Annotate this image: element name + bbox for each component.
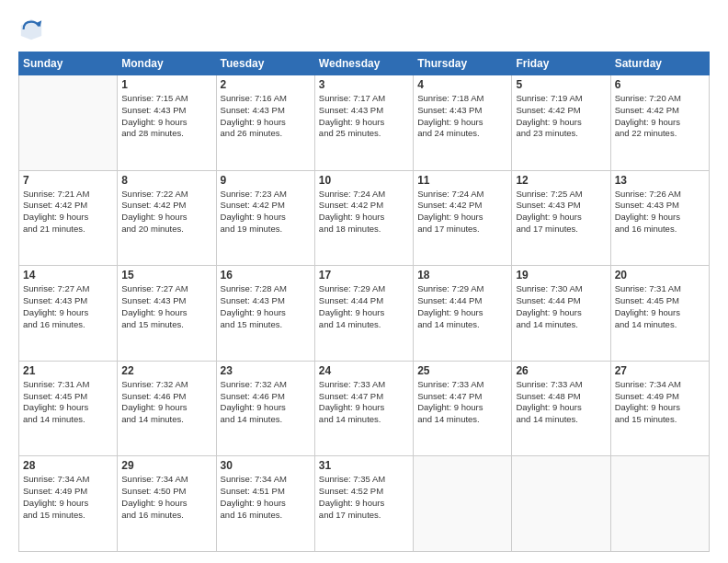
calendar-cell: 24Sunrise: 7:33 AMSunset: 4:47 PMDayligh… [314,361,413,456]
day-number: 24 [319,364,409,377]
day-number: 1 [121,78,211,91]
day-info: Sunrise: 7:26 AMSunset: 4:43 PMDaylight:… [615,189,705,236]
day-info: Sunrise: 7:19 AMSunset: 4:42 PMDaylight:… [516,93,606,140]
day-number: 12 [516,174,606,187]
day-number: 22 [121,364,211,377]
day-number: 30 [221,459,311,472]
day-number: 16 [221,269,311,282]
day-info: Sunrise: 7:34 AMSunset: 4:50 PMDaylight:… [121,474,211,521]
page: SundayMondayTuesdayWednesdayThursdayFrid… [0,0,728,563]
calendar-cell: 21Sunrise: 7:31 AMSunset: 4:45 PMDayligh… [19,361,118,456]
calendar-cell: 31Sunrise: 7:35 AMSunset: 4:52 PMDayligh… [314,456,413,552]
day-number: 11 [417,174,507,187]
calendar-cell: 13Sunrise: 7:26 AMSunset: 4:43 PMDayligh… [610,170,709,266]
calendar-cell [414,456,512,552]
day-info: Sunrise: 7:16 AMSunset: 4:43 PMDaylight:… [221,93,311,140]
day-number: 9 [221,174,311,187]
day-info: Sunrise: 7:30 AMSunset: 4:44 PMDaylight:… [516,283,606,330]
calendar-cell: 23Sunrise: 7:32 AMSunset: 4:46 PMDayligh… [216,361,314,456]
calendar-cell: 5Sunrise: 7:19 AMSunset: 4:42 PMDaylight… [512,75,610,171]
day-info: Sunrise: 7:15 AMSunset: 4:43 PMDaylight:… [121,93,211,140]
calendar-cell: 12Sunrise: 7:25 AMSunset: 4:43 PMDayligh… [512,170,610,266]
day-number: 7 [23,174,113,187]
logo [18,17,48,42]
day-info: Sunrise: 7:29 AMSunset: 4:44 PMDaylight:… [319,283,409,330]
calendar-cell: 11Sunrise: 7:24 AMSunset: 4:42 PMDayligh… [414,170,512,266]
day-info: Sunrise: 7:17 AMSunset: 4:43 PMDaylight:… [319,93,409,140]
day-info: Sunrise: 7:23 AMSunset: 4:42 PMDaylight:… [221,189,311,236]
day-info: Sunrise: 7:33 AMSunset: 4:48 PMDaylight:… [516,379,606,426]
day-info: Sunrise: 7:27 AMSunset: 4:43 PMDaylight:… [121,283,211,330]
day-info: Sunrise: 7:33 AMSunset: 4:47 PMDaylight:… [319,379,409,426]
day-info: Sunrise: 7:24 AMSunset: 4:42 PMDaylight:… [319,189,409,236]
day-info: Sunrise: 7:34 AMSunset: 4:49 PMDaylight:… [23,474,113,521]
day-number: 21 [23,364,113,377]
weekday-header-tuesday: Tuesday [216,52,314,75]
day-number: 5 [516,78,606,91]
calendar-cell: 20Sunrise: 7:31 AMSunset: 4:45 PMDayligh… [610,266,709,362]
day-number: 28 [23,459,113,472]
day-info: Sunrise: 7:18 AMSunset: 4:43 PMDaylight:… [417,93,507,140]
day-number: 29 [121,459,211,472]
day-number: 19 [516,269,606,282]
calendar-cell: 18Sunrise: 7:29 AMSunset: 4:44 PMDayligh… [414,266,512,362]
day-number: 10 [319,174,409,187]
calendar-cell [610,456,709,552]
calendar-cell: 27Sunrise: 7:34 AMSunset: 4:49 PMDayligh… [610,361,709,456]
day-number: 31 [319,459,409,472]
weekday-header-thursday: Thursday [414,52,512,75]
calendar: SundayMondayTuesdayWednesdayThursdayFrid… [18,52,710,552]
calendar-cell: 29Sunrise: 7:34 AMSunset: 4:50 PMDayligh… [118,456,216,552]
day-number: 14 [23,269,113,282]
day-number: 13 [615,174,705,187]
calendar-cell: 30Sunrise: 7:34 AMSunset: 4:51 PMDayligh… [216,456,314,552]
day-number: 2 [221,78,311,91]
day-info: Sunrise: 7:29 AMSunset: 4:44 PMDaylight:… [417,283,507,330]
week-row-1: 1Sunrise: 7:15 AMSunset: 4:43 PMDaylight… [19,75,710,171]
day-info: Sunrise: 7:25 AMSunset: 4:43 PMDaylight:… [516,189,606,236]
weekday-header-saturday: Saturday [610,52,709,75]
calendar-cell: 3Sunrise: 7:17 AMSunset: 4:43 PMDaylight… [314,75,413,171]
calendar-cell: 8Sunrise: 7:22 AMSunset: 4:42 PMDaylight… [118,170,216,266]
calendar-cell [512,456,610,552]
weekday-header-sunday: Sunday [19,52,118,75]
week-row-2: 7Sunrise: 7:21 AMSunset: 4:42 PMDaylight… [19,170,710,266]
calendar-cell: 26Sunrise: 7:33 AMSunset: 4:48 PMDayligh… [512,361,610,456]
day-info: Sunrise: 7:20 AMSunset: 4:42 PMDaylight:… [615,93,705,140]
day-info: Sunrise: 7:21 AMSunset: 4:42 PMDaylight:… [23,189,113,236]
calendar-cell [19,75,118,171]
calendar-cell: 16Sunrise: 7:28 AMSunset: 4:43 PMDayligh… [216,266,314,362]
calendar-cell: 25Sunrise: 7:33 AMSunset: 4:47 PMDayligh… [414,361,512,456]
calendar-cell: 9Sunrise: 7:23 AMSunset: 4:42 PMDaylight… [216,170,314,266]
day-info: Sunrise: 7:34 AMSunset: 4:49 PMDaylight:… [615,379,705,426]
week-row-3: 14Sunrise: 7:27 AMSunset: 4:43 PMDayligh… [19,266,710,362]
day-info: Sunrise: 7:35 AMSunset: 4:52 PMDaylight:… [319,474,409,521]
day-number: 4 [417,78,507,91]
day-info: Sunrise: 7:34 AMSunset: 4:51 PMDaylight:… [221,474,311,521]
calendar-cell: 22Sunrise: 7:32 AMSunset: 4:46 PMDayligh… [118,361,216,456]
calendar-cell: 10Sunrise: 7:24 AMSunset: 4:42 PMDayligh… [314,170,413,266]
weekday-header-friday: Friday [512,52,610,75]
day-number: 17 [319,269,409,282]
header [18,17,710,42]
day-number: 25 [417,364,507,377]
day-number: 23 [221,364,311,377]
week-row-5: 28Sunrise: 7:34 AMSunset: 4:49 PMDayligh… [19,456,710,552]
day-number: 18 [417,269,507,282]
day-number: 27 [615,364,705,377]
calendar-cell: 28Sunrise: 7:34 AMSunset: 4:49 PMDayligh… [19,456,118,552]
weekday-header-wednesday: Wednesday [314,52,413,75]
calendar-cell: 7Sunrise: 7:21 AMSunset: 4:42 PMDaylight… [19,170,118,266]
day-number: 26 [516,364,606,377]
day-info: Sunrise: 7:28 AMSunset: 4:43 PMDaylight:… [221,283,311,330]
day-info: Sunrise: 7:31 AMSunset: 4:45 PMDaylight:… [615,283,705,330]
week-row-4: 21Sunrise: 7:31 AMSunset: 4:45 PMDayligh… [19,361,710,456]
calendar-cell: 14Sunrise: 7:27 AMSunset: 4:43 PMDayligh… [19,266,118,362]
day-number: 3 [319,78,409,91]
day-number: 8 [121,174,211,187]
day-number: 6 [615,78,705,91]
day-info: Sunrise: 7:24 AMSunset: 4:42 PMDaylight:… [417,189,507,236]
day-info: Sunrise: 7:22 AMSunset: 4:42 PMDaylight:… [121,189,211,236]
day-info: Sunrise: 7:33 AMSunset: 4:47 PMDaylight:… [417,379,507,426]
calendar-cell: 2Sunrise: 7:16 AMSunset: 4:43 PMDaylight… [216,75,314,171]
